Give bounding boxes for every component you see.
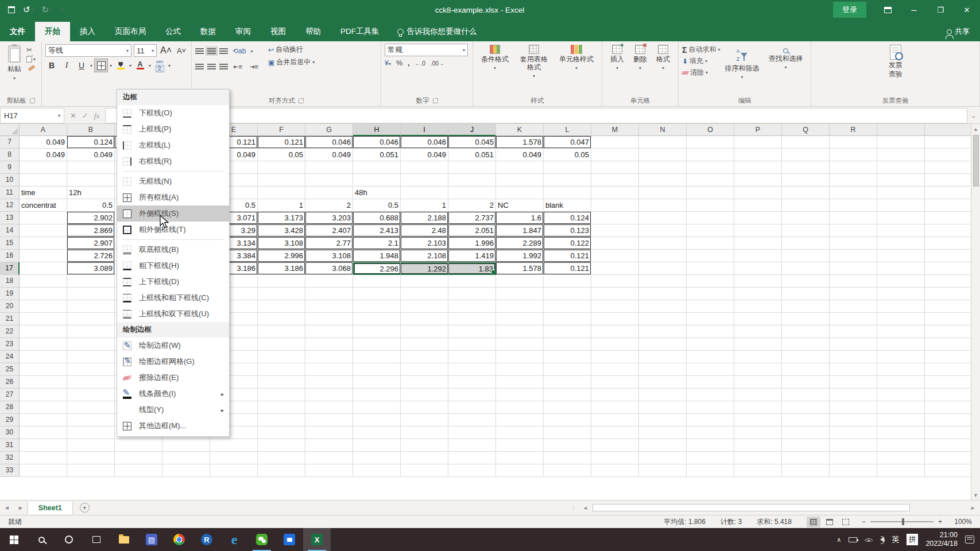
cell-N13[interactable] bbox=[639, 212, 687, 224]
cell-F13[interactable]: 3.173 bbox=[258, 212, 305, 224]
cell-O26[interactable] bbox=[687, 376, 734, 389]
menu-item[interactable]: 上下框线(D) bbox=[117, 274, 229, 290]
cell-K19[interactable] bbox=[496, 288, 544, 300]
cell-32[interactable] bbox=[877, 452, 925, 464]
cell-Q23[interactable] bbox=[782, 338, 830, 351]
cell-F14[interactable]: 3.428 bbox=[258, 224, 305, 237]
row-header-24[interactable]: 24 bbox=[0, 351, 20, 363]
cell-L10[interactable] bbox=[544, 174, 591, 187]
cell-F25[interactable] bbox=[258, 363, 305, 376]
cell-A7[interactable]: 0.049 bbox=[20, 136, 67, 149]
cell-P8[interactable] bbox=[734, 149, 782, 161]
cell-N28[interactable] bbox=[639, 401, 687, 414]
cell-L22[interactable] bbox=[544, 325, 591, 338]
cell-O30[interactable] bbox=[687, 426, 734, 439]
top-align-button[interactable] bbox=[195, 48, 204, 54]
cell-29[interactable] bbox=[925, 414, 971, 426]
cell-33[interactable] bbox=[925, 464, 971, 477]
cell-H21[interactable] bbox=[353, 313, 401, 325]
cell-Q20[interactable] bbox=[782, 300, 830, 313]
cell-M10[interactable] bbox=[591, 174, 639, 187]
cell-J9[interactable] bbox=[448, 161, 496, 174]
cell-A22[interactable] bbox=[20, 325, 67, 338]
cell-L8[interactable]: 0.05 bbox=[544, 149, 591, 161]
taskbar-clock[interactable]: 21:00 2022/4/18 bbox=[925, 531, 958, 548]
column-header-N[interactable]: N bbox=[639, 124, 687, 136]
taskbar-search-button[interactable] bbox=[28, 528, 55, 551]
row-header-12[interactable]: 12 bbox=[0, 199, 20, 212]
cell-R7[interactable] bbox=[830, 136, 877, 149]
bottom-align-button[interactable] bbox=[219, 48, 228, 54]
cell-P11[interactable] bbox=[734, 187, 782, 199]
cell-27[interactable] bbox=[925, 389, 971, 401]
cell-P18[interactable] bbox=[734, 275, 782, 288]
cell-M28[interactable] bbox=[591, 401, 639, 414]
row-header-7[interactable]: 7 bbox=[0, 136, 20, 149]
cell-K8[interactable]: 0.049 bbox=[496, 149, 544, 161]
sort-filter-button[interactable]: AZ 排序和筛选▾ bbox=[720, 44, 764, 83]
cell-N9[interactable] bbox=[639, 161, 687, 174]
cell-L28[interactable] bbox=[544, 401, 591, 414]
cell-R23[interactable] bbox=[830, 338, 877, 351]
cell-N8[interactable] bbox=[639, 149, 687, 161]
cell-B32[interactable] bbox=[67, 452, 115, 464]
cell-O20[interactable] bbox=[687, 300, 734, 313]
cell-G8[interactable]: 0.049 bbox=[305, 149, 353, 161]
cell-O25[interactable] bbox=[687, 363, 734, 376]
cell-J13[interactable]: 2.737 bbox=[448, 212, 496, 224]
cell-K33[interactable] bbox=[496, 464, 544, 477]
percent-style-button[interactable]: % bbox=[396, 59, 402, 67]
save-button[interactable] bbox=[8, 6, 15, 13]
cell-F32[interactable] bbox=[258, 452, 305, 464]
cell-I15[interactable]: 2.103 bbox=[401, 237, 448, 250]
scroll-right-icon[interactable]: ► bbox=[966, 505, 980, 511]
cell-16[interactable] bbox=[877, 250, 925, 262]
zoom-slider-thumb[interactable] bbox=[902, 518, 904, 525]
cell-Q15[interactable] bbox=[782, 237, 830, 250]
invoice-check-button[interactable]: 发票 查验 bbox=[884, 44, 907, 79]
insert-function-button[interactable]: fx bbox=[94, 111, 99, 121]
cell-H19[interactable] bbox=[353, 288, 401, 300]
row-header-22[interactable]: 22 bbox=[0, 325, 20, 338]
cell-O16[interactable] bbox=[687, 250, 734, 262]
row-header-9[interactable]: 9 bbox=[0, 161, 20, 174]
cell-P31[interactable] bbox=[734, 439, 782, 452]
row-header-11[interactable]: 11 bbox=[0, 187, 20, 199]
column-header-blank[interactable] bbox=[877, 124, 925, 136]
column-header-B[interactable]: B bbox=[67, 124, 115, 136]
cell-P19[interactable] bbox=[734, 288, 782, 300]
cell-P22[interactable] bbox=[734, 325, 782, 338]
cell-Q18[interactable] bbox=[782, 275, 830, 288]
cell-M8[interactable] bbox=[591, 149, 639, 161]
cell-P7[interactable] bbox=[734, 136, 782, 149]
cell-R32[interactable] bbox=[830, 452, 877, 464]
cell-H22[interactable] bbox=[353, 325, 401, 338]
menu-item[interactable]: 线型(Y)▸ bbox=[117, 402, 229, 418]
cell-H27[interactable] bbox=[353, 389, 401, 401]
cell-F9[interactable] bbox=[258, 161, 305, 174]
cell-L24[interactable] bbox=[544, 351, 591, 363]
cell-N11[interactable] bbox=[639, 187, 687, 199]
cell-21[interactable] bbox=[925, 313, 971, 325]
menu-item[interactable]: 右框线(R) bbox=[117, 153, 229, 169]
cell-N10[interactable] bbox=[639, 174, 687, 187]
cell-I27[interactable] bbox=[401, 389, 448, 401]
cell-K17[interactable]: 1.578 bbox=[496, 262, 544, 275]
cell-F23[interactable] bbox=[258, 338, 305, 351]
cell-P15[interactable] bbox=[734, 237, 782, 250]
cell-A18[interactable] bbox=[20, 275, 67, 288]
cell-H30[interactable] bbox=[353, 426, 401, 439]
cell-J11[interactable] bbox=[448, 187, 496, 199]
clipboard-dialog-launcher[interactable] bbox=[30, 98, 35, 103]
cell-G33[interactable] bbox=[305, 464, 353, 477]
cell-B23[interactable] bbox=[67, 338, 115, 351]
cell-L13[interactable]: 0.124 bbox=[544, 212, 591, 224]
cell-B31[interactable] bbox=[67, 439, 115, 452]
cell-E33[interactable] bbox=[210, 464, 258, 477]
fill-color-button[interactable]: ⛊ bbox=[114, 59, 127, 72]
row-header-16[interactable]: 16 bbox=[0, 250, 20, 262]
cell-O21[interactable] bbox=[687, 313, 734, 325]
cell-30[interactable] bbox=[877, 426, 925, 439]
cell-B17[interactable]: 3.089 bbox=[67, 262, 115, 275]
wifi-icon[interactable] bbox=[865, 537, 873, 542]
